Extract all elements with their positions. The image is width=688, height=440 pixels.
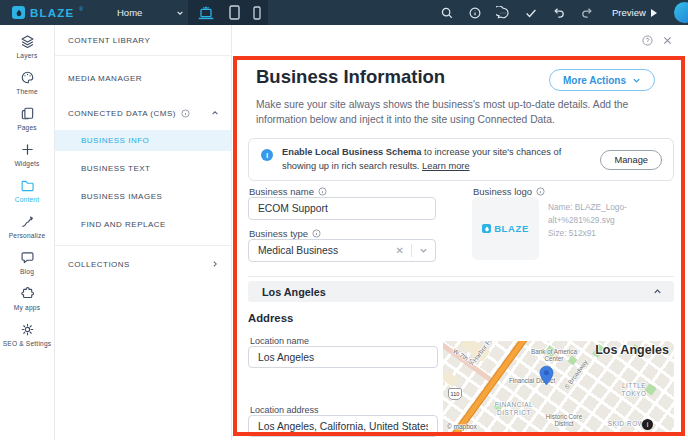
chevron-right-icon[interactable] xyxy=(211,260,219,268)
banner-text: Enable Local Business Schema to increase… xyxy=(282,146,572,173)
theme-icon xyxy=(20,70,35,85)
library-item-find-and-replace[interactable]: FIND AND REPLACE xyxy=(55,214,231,235)
map-city-label: Los Angeles xyxy=(595,343,669,357)
divider xyxy=(55,245,231,246)
info-icon: i xyxy=(261,149,273,161)
rail-item-personalize[interactable]: Personalize xyxy=(0,214,54,239)
business-type-label: Business type xyxy=(249,228,321,239)
rail-item-pages[interactable]: Pages xyxy=(0,106,54,131)
blaze-flame-icon xyxy=(482,224,491,233)
help-icon[interactable] xyxy=(642,35,653,46)
rail-item-seo-settings[interactable]: SEO & Settings xyxy=(0,322,54,347)
library-item-business-text[interactable]: BUSINESS TEXT xyxy=(55,158,231,179)
schema-banner: i Enable Local Business Schema to increa… xyxy=(248,138,674,181)
brand-name: BLAZE xyxy=(30,7,74,19)
chevron-down-icon[interactable] xyxy=(176,9,184,17)
logo-file-size: Size: 512x91 xyxy=(548,227,688,240)
blog-bubble-icon xyxy=(20,250,35,265)
app-window: BLAZE ® Home xyxy=(0,0,688,440)
location-name-label: Location name xyxy=(250,336,309,346)
info-icon xyxy=(181,109,190,118)
logo-file-name: Name: BLAZE_Logo-alt+%281%29.svg xyxy=(548,201,688,227)
library-title: CONTENT LIBRARY xyxy=(55,25,231,56)
pages-icon xyxy=(20,106,35,121)
map-pin-icon[interactable] xyxy=(539,365,554,386)
divider xyxy=(248,276,674,277)
rail-item-layers[interactable]: Layers xyxy=(0,34,54,59)
page-selector[interactable]: Home xyxy=(117,7,142,18)
chevron-down-icon[interactable] xyxy=(419,246,428,255)
page-title: Business Information xyxy=(256,66,445,88)
map-district-label: LITTLE TOKYO xyxy=(615,382,653,397)
logo-wordmark: BLAZE xyxy=(494,223,529,234)
device-switcher xyxy=(188,0,268,25)
info-icon[interactable] xyxy=(468,6,482,20)
location-name-input[interactable] xyxy=(248,346,438,368)
address-heading: Address xyxy=(248,312,293,324)
location-accordion-header[interactable]: Los Angeles xyxy=(248,281,674,302)
map-info-icon[interactable]: i xyxy=(642,419,653,430)
plus-icon xyxy=(20,142,35,157)
map-poi-label: Bank of America Center xyxy=(526,348,582,362)
library-item-business-info[interactable]: BUSINESS INFO xyxy=(55,130,231,151)
business-logo-label: Business logo xyxy=(473,186,545,197)
rail-item-content[interactable]: Content xyxy=(0,178,54,203)
rail-item-theme[interactable]: Theme xyxy=(0,70,54,95)
info-icon[interactable] xyxy=(312,229,321,238)
manage-button[interactable]: Manage xyxy=(600,150,662,170)
tablet-view-icon[interactable] xyxy=(229,5,240,20)
rail-item-my-apps[interactable]: My apps xyxy=(0,286,54,311)
mobile-view-icon[interactable] xyxy=(253,6,261,20)
more-actions-button[interactable]: More Actions xyxy=(549,69,655,91)
library-item-media-manager[interactable]: MEDIA MANAGER xyxy=(55,68,231,88)
left-rail: Layers Theme Pages Widgets Content Perso… xyxy=(0,25,55,440)
rail-item-blog[interactable]: Blog xyxy=(0,250,54,275)
map-street-label: S Broadway xyxy=(563,359,589,391)
undo-icon[interactable] xyxy=(552,6,566,20)
location-map[interactable]: Los Angeles W 7th St Harbor Fwy Bank of … xyxy=(443,341,674,433)
blaze-flame-icon xyxy=(12,6,25,19)
redo-icon[interactable] xyxy=(580,6,594,20)
top-bar: BLAZE ® Home xyxy=(0,0,688,25)
search-icon[interactable] xyxy=(440,6,454,20)
map-district-label: FINANCIAL DISTRICT xyxy=(491,401,537,416)
library-group-connected-data[interactable]: CONNECTED DATA (CMS) xyxy=(55,103,231,123)
puzzle-icon xyxy=(20,286,35,301)
play-icon xyxy=(651,9,657,17)
clear-icon[interactable]: ✕ xyxy=(389,245,411,256)
business-name-label: Business name xyxy=(249,186,327,197)
map-district-label: SKID ROW xyxy=(605,420,647,428)
business-logo-preview[interactable]: BLAZE xyxy=(472,197,539,260)
rail-item-widgets[interactable]: Widgets xyxy=(0,142,54,167)
chevron-down-icon xyxy=(632,76,641,85)
info-icon[interactable] xyxy=(536,187,545,196)
library-item-business-images[interactable]: BUSINESS IMAGES xyxy=(55,186,231,207)
desktop-view-icon[interactable] xyxy=(196,5,216,21)
map-district-label: Historic Core District xyxy=(543,413,585,427)
map-attribution[interactable]: © mapbox xyxy=(447,423,477,430)
feedback-icon[interactable] xyxy=(496,6,510,20)
highway-110-shield: 110 xyxy=(448,388,462,400)
layers-icon xyxy=(20,34,35,49)
info-icon[interactable] xyxy=(318,187,327,196)
blaze-logo[interactable]: BLAZE ® xyxy=(12,0,83,25)
location-address-input[interactable] xyxy=(248,415,438,437)
business-type-select[interactable]: Medical Business ✕ xyxy=(248,239,436,262)
business-info-panel: Business Information More Actions Make s… xyxy=(232,25,688,440)
page-description: Make sure your site always shows the bus… xyxy=(256,97,680,127)
user-avatar[interactable] xyxy=(674,2,688,23)
learn-more-link[interactable]: Learn more xyxy=(422,161,470,171)
personalize-icon xyxy=(20,214,35,229)
library-group-collections[interactable]: COLLECTIONS xyxy=(55,254,231,274)
brand-trademark: ® xyxy=(79,6,83,12)
preview-button[interactable]: Preview xyxy=(612,7,657,18)
chevron-up-icon[interactable] xyxy=(653,287,662,296)
gear-icon xyxy=(20,322,35,337)
divider xyxy=(411,244,412,257)
chevron-up-icon[interactable] xyxy=(211,109,219,117)
location-address-label: Location address xyxy=(250,405,319,415)
save-check-icon[interactable] xyxy=(524,6,538,20)
map-block xyxy=(443,371,459,387)
close-icon[interactable] xyxy=(662,35,673,46)
business-name-input[interactable] xyxy=(248,197,436,220)
